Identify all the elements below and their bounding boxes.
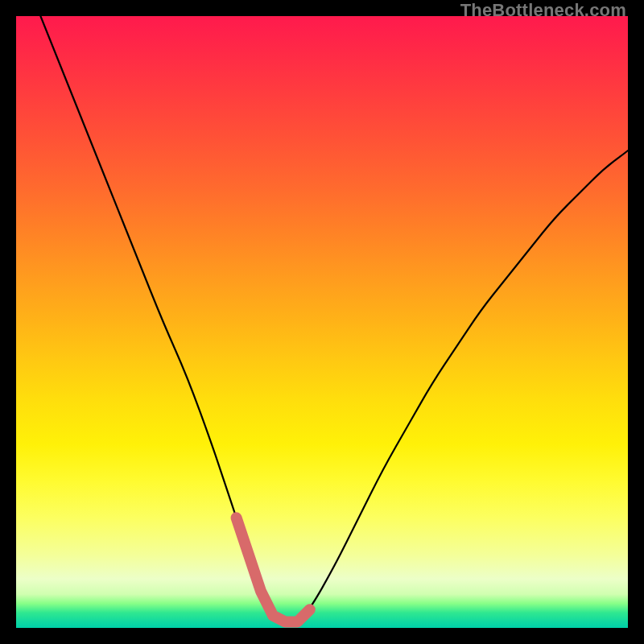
plot-area	[16, 16, 628, 628]
chart-frame: TheBottleneck.com	[0, 0, 644, 644]
bottleneck-curve-path	[40, 16, 628, 621]
valley-highlight-path	[237, 518, 310, 621]
curve-svg	[16, 16, 628, 628]
